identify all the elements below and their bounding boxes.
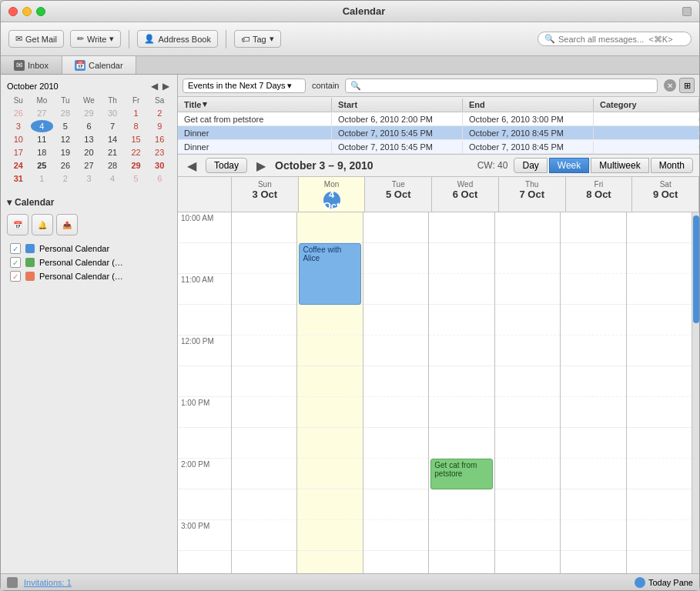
close-button[interactable] bbox=[8, 7, 18, 16]
list-col-start[interactable]: Start bbox=[332, 98, 463, 111]
mini-cal-today[interactable]: 4 bbox=[31, 120, 54, 132]
search-input-box[interactable]: 🔍 bbox=[345, 78, 658, 93]
day-view-button[interactable]: Day bbox=[514, 158, 547, 173]
month-view-button[interactable]: Month bbox=[651, 158, 693, 173]
write-button[interactable]: ✏ Write ▾ bbox=[70, 30, 121, 48]
day-col-fri[interactable] bbox=[561, 212, 626, 573]
mini-cal-day[interactable]: 17 bbox=[7, 146, 30, 159]
mini-cal-day[interactable]: 29 bbox=[78, 107, 101, 119]
mini-cal-day[interactable]: 8 bbox=[125, 120, 148, 132]
mini-cal-day[interactable]: 5 bbox=[125, 172, 148, 185]
subscribe-button[interactable]: 🔔 bbox=[32, 214, 53, 235]
mini-cal-day[interactable]: 10 bbox=[7, 133, 30, 145]
week-day-num-sun: 3 Oct bbox=[233, 189, 296, 200]
day-col-mon[interactable]: Coffee with Alice bbox=[297, 212, 363, 573]
scrollbar-thumb[interactable] bbox=[693, 215, 699, 324]
tab-inbox[interactable]: ✉ Inbox bbox=[1, 56, 62, 74]
mini-cal-day[interactable]: 9 bbox=[148, 120, 171, 132]
mini-cal-day[interactable]: 6 bbox=[78, 120, 101, 132]
calendar-section-header[interactable]: ▾ Calendar bbox=[7, 197, 171, 208]
mini-cal-day[interactable]: 27 bbox=[78, 159, 101, 172]
mini-cal-day[interactable]: 25 bbox=[31, 159, 54, 172]
day-col-sun[interactable] bbox=[232, 212, 297, 573]
filter-dropdown[interactable]: Events in the Next 7 Days ▾ bbox=[183, 78, 306, 93]
mini-cal-day[interactable]: 4 bbox=[101, 172, 124, 185]
mini-cal-day[interactable]: 12 bbox=[54, 133, 77, 145]
today-pane-button[interactable]: Today Pane bbox=[635, 577, 693, 588]
mini-cal-day[interactable]: 28 bbox=[101, 159, 124, 172]
mini-cal-day[interactable]: 22 bbox=[125, 146, 148, 159]
day-col-thu[interactable]: Dinner Dinner bbox=[495, 212, 561, 573]
list-col-title[interactable]: Title ▾ bbox=[178, 98, 332, 111]
event-coffee-alice[interactable]: Coffee with Alice bbox=[299, 243, 360, 305]
mini-cal-day[interactable]: 27 bbox=[31, 107, 54, 119]
day-col-wed[interactable]: Get cat from petstore bbox=[429, 212, 494, 573]
calendar-item-personal3[interactable]: ✓ Personal Calendar (… bbox=[7, 269, 171, 283]
mini-cal-day[interactable]: 1 bbox=[31, 172, 54, 185]
address-book-button[interactable]: 👤 Address Book bbox=[137, 30, 217, 48]
mini-cal-day[interactable]: 26 bbox=[54, 159, 77, 172]
event-search-input[interactable] bbox=[361, 81, 652, 90]
event-get-cat[interactable]: Get cat from petstore bbox=[430, 459, 492, 489]
mini-cal-day[interactable]: 3 bbox=[7, 120, 30, 132]
mini-cal-day[interactable]: 3 bbox=[78, 172, 101, 185]
mini-cal-day[interactable]: 21 bbox=[101, 146, 124, 159]
today-button[interactable]: Today bbox=[206, 158, 247, 173]
week-scrollbar[interactable] bbox=[692, 212, 699, 573]
invitations-link[interactable]: Invitations: 1 bbox=[24, 578, 72, 587]
mini-cal-day[interactable]: 2 bbox=[54, 172, 77, 185]
publish-button[interactable]: 📤 bbox=[56, 214, 78, 235]
next-week-button[interactable]: ▶ bbox=[253, 159, 269, 173]
tag-button[interactable]: 🏷 Tag ▾ bbox=[234, 30, 281, 48]
day-col-sat[interactable] bbox=[627, 212, 692, 573]
mini-cal-day[interactable]: 19 bbox=[54, 146, 77, 159]
list-col-end[interactable]: End bbox=[463, 98, 594, 111]
list-row-0[interactable]: Get cat from petstore October 6, 2010 2:… bbox=[178, 112, 699, 126]
list-row-2[interactable]: Dinner October 7, 2010 5:45 PM October 7… bbox=[178, 140, 699, 154]
mini-cal-day[interactable]: 29 bbox=[125, 159, 148, 172]
mini-cal-prev-button[interactable]: ◀ bbox=[149, 81, 159, 92]
mini-cal-day[interactable]: 18 bbox=[31, 146, 54, 159]
mini-cal-day[interactable]: 30 bbox=[101, 107, 124, 119]
mini-cal-day[interactable]: 20 bbox=[78, 146, 101, 159]
calendar-checkbox-personal2[interactable]: ✓ bbox=[10, 257, 21, 268]
minimize-button[interactable] bbox=[22, 7, 32, 16]
mini-cal-day[interactable]: 11 bbox=[31, 133, 54, 145]
calendar-item-personal2[interactable]: ✓ Personal Calendar (… bbox=[7, 255, 171, 269]
mini-cal-day[interactable]: 31 bbox=[7, 172, 30, 185]
mini-cal-day[interactable]: 28 bbox=[54, 107, 77, 119]
search-clear-button[interactable]: ✕ bbox=[664, 79, 676, 92]
mini-cal-day[interactable]: 6 bbox=[148, 172, 171, 185]
mini-cal-day[interactable]: 15 bbox=[125, 133, 148, 145]
list-row-1[interactable]: Dinner October 7, 2010 5:45 PM October 7… bbox=[178, 126, 699, 140]
toolbar-search-box[interactable]: 🔍 bbox=[538, 32, 692, 46]
prev-week-button[interactable]: ◀ bbox=[184, 159, 199, 173]
week-view-button[interactable]: Week bbox=[549, 158, 589, 173]
expand-button[interactable]: ⊞ bbox=[679, 78, 695, 93]
mini-cal-day[interactable]: 13 bbox=[78, 133, 101, 145]
new-calendar-button[interactable]: 📅 bbox=[7, 214, 28, 235]
window-resize-control[interactable] bbox=[682, 7, 692, 16]
mini-cal-day[interactable]: 30 bbox=[148, 159, 171, 172]
mini-cal-day[interactable]: 26 bbox=[7, 107, 30, 119]
get-mail-button[interactable]: ✉ Get Mail bbox=[8, 30, 64, 48]
multiweek-view-button[interactable]: Multiweek bbox=[591, 158, 648, 173]
mini-cal-day[interactable]: 1 bbox=[125, 107, 148, 119]
mini-cal-day[interactable]: 24 bbox=[7, 159, 30, 172]
calendar-checkbox-personal3[interactable]: ✓ bbox=[10, 271, 21, 282]
mini-cal-day[interactable]: 5 bbox=[54, 120, 77, 132]
list-cell-start-2: October 7, 2010 5:45 PM bbox=[332, 141, 463, 153]
mini-cal-day[interactable]: 14 bbox=[101, 133, 124, 145]
mini-cal-day[interactable]: 23 bbox=[148, 146, 171, 159]
list-col-category[interactable]: Category bbox=[594, 98, 699, 111]
search-input[interactable] bbox=[558, 35, 685, 44]
mini-cal-next-button[interactable]: ▶ bbox=[161, 81, 171, 92]
calendar-checkbox-personal[interactable]: ✓ bbox=[10, 243, 21, 254]
mini-cal-day[interactable]: 16 bbox=[148, 133, 171, 145]
maximize-button[interactable] bbox=[36, 7, 45, 16]
tab-calendar[interactable]: 📅 Calendar bbox=[62, 56, 136, 74]
mini-cal-day[interactable]: 7 bbox=[101, 120, 124, 132]
mini-cal-day[interactable]: 2 bbox=[148, 107, 171, 119]
day-col-tue[interactable] bbox=[363, 212, 429, 573]
calendar-item-personal[interactable]: ✓ Personal Calendar bbox=[7, 242, 171, 255]
